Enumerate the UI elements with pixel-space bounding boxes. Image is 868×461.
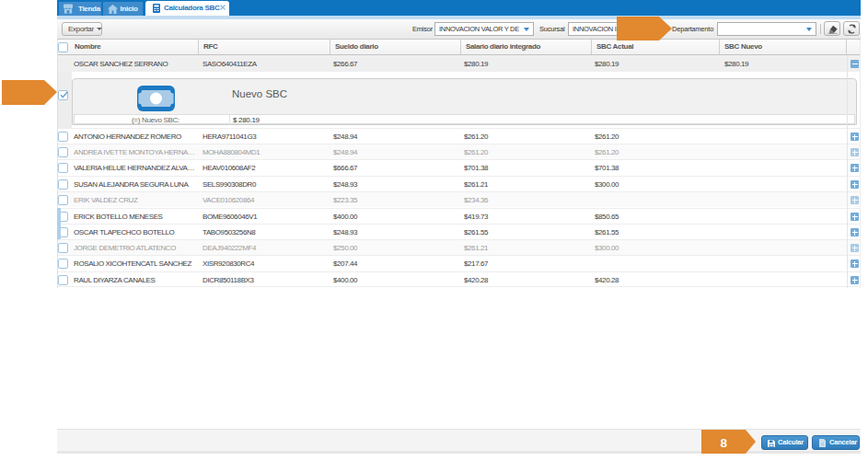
svg-text:8: 8 — [720, 436, 727, 450]
